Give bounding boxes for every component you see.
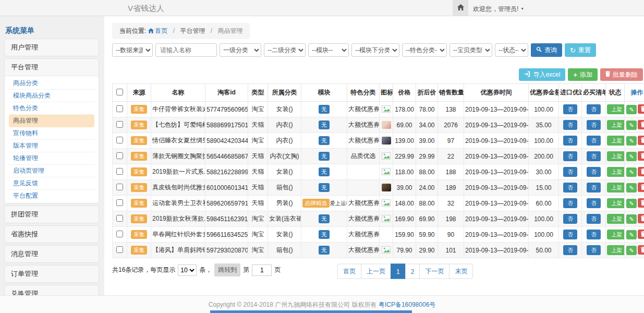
edit-button[interactable]: ✎	[626, 167, 637, 177]
sidebar-item[interactable]: 轮播管理	[9, 152, 94, 165]
module-badge[interactable]: 无	[319, 246, 330, 255]
must-buy-toggle[interactable]: 否	[587, 136, 601, 146]
filter-select-1[interactable]: 一级分类	[220, 43, 261, 57]
import-select-toggle[interactable]: 否	[563, 136, 577, 146]
import-select-toggle[interactable]: 否	[563, 230, 577, 239]
sidebar-group-header[interactable]: 用户管理	[5, 39, 99, 56]
edit-button[interactable]: ✎	[626, 136, 637, 146]
must-buy-toggle[interactable]: 否	[587, 198, 601, 208]
user-menu[interactable]: 欢迎您，管理员!▼	[473, 5, 524, 14]
add-button[interactable]: + 添加	[568, 68, 598, 81]
row-checkbox[interactable]	[116, 246, 123, 253]
sidebar-item[interactable]: 商品分类	[9, 77, 94, 90]
filter-select-4[interactable]: --模块下分类--	[351, 43, 399, 57]
sidebar-group-header[interactable]: 省惠快报	[5, 226, 99, 243]
must-buy-toggle[interactable]: 否	[587, 230, 601, 239]
filter-select-0[interactable]: --数据来源--	[112, 43, 153, 57]
filter-select-2[interactable]: --二级分类--	[264, 43, 306, 57]
must-buy-toggle[interactable]: 否	[587, 183, 601, 192]
edit-button[interactable]: ✎	[626, 214, 637, 224]
breadcrumb-home-link[interactable]: 首页	[155, 27, 167, 34]
sidebar-item[interactable]: 特色分类	[9, 102, 94, 115]
import-select-toggle[interactable]: 否	[563, 198, 577, 208]
status-button[interactable]: 上架	[607, 104, 625, 114]
batch-delete-button[interactable]: 批量删除	[600, 68, 643, 81]
per-page-select[interactable]: 10	[178, 264, 197, 276]
status-button[interactable]: 上架	[607, 183, 625, 192]
status-button[interactable]: 上架	[607, 120, 625, 130]
module-badge[interactable]: 无	[319, 183, 330, 192]
row-checkbox[interactable]	[116, 137, 123, 143]
name-search-input[interactable]	[155, 43, 217, 57]
import-select-toggle[interactable]: 否	[563, 183, 577, 192]
module-badge[interactable]: 无	[319, 167, 330, 176]
filter-select-5[interactable]: --特色分类--	[402, 43, 447, 57]
import-select-toggle[interactable]: 否	[563, 151, 577, 161]
filter-select-6[interactable]: --宝贝类型--	[449, 43, 492, 57]
column-header[interactable]: 操作	[625, 84, 644, 102]
sidebar-item[interactable]: 平台配置	[9, 190, 94, 202]
sidebar-item-active[interactable]: 商品管理	[9, 115, 94, 127]
edit-button[interactable]: ✎	[626, 199, 637, 208]
page-jump-input[interactable]	[252, 264, 272, 276]
edit-button[interactable]: ✎	[626, 230, 637, 239]
import-select-toggle[interactable]: 否	[563, 120, 577, 130]
horizontal-scrollbar-thumb[interactable]	[210, 310, 412, 313]
must-buy-toggle[interactable]: 否	[587, 214, 601, 224]
page-button-上一页[interactable]: 上一页	[361, 264, 391, 279]
sidebar-group-header[interactable]: 拼团管理	[5, 206, 99, 223]
sidebar-item[interactable]: 意见反馈	[9, 177, 94, 190]
module-badge[interactable]: 无	[319, 105, 330, 114]
must-buy-toggle[interactable]: 否	[587, 104, 601, 114]
jump-button[interactable]: 跳转到	[214, 263, 240, 276]
delete-button[interactable]	[638, 151, 644, 161]
sidebar-item[interactable]: 宣传物料	[9, 127, 94, 140]
filter-select-7[interactable]: --状态--	[495, 43, 528, 57]
module-badge[interactable]: 无	[319, 214, 330, 223]
row-checkbox[interactable]	[116, 231, 123, 237]
delete-button[interactable]	[638, 167, 644, 176]
edit-button[interactable]: ✎	[626, 121, 637, 130]
row-checkbox[interactable]	[116, 184, 123, 190]
delete-button[interactable]	[638, 245, 644, 255]
page-button-2[interactable]: 2	[405, 264, 420, 279]
select-all-checkbox[interactable]	[116, 89, 123, 95]
module-badge[interactable]: 无	[319, 152, 330, 161]
delete-button[interactable]	[638, 198, 644, 208]
breadcrumb-item[interactable]: 平台管理	[180, 27, 205, 34]
status-button[interactable]: 上架	[607, 151, 625, 161]
delete-button[interactable]	[638, 230, 644, 239]
must-buy-toggle[interactable]: 否	[587, 167, 601, 177]
status-button[interactable]: 上架	[607, 136, 625, 146]
status-button[interactable]: 上架	[607, 167, 625, 177]
row-checkbox[interactable]	[116, 215, 123, 222]
delete-button[interactable]	[638, 120, 644, 129]
must-buy-toggle[interactable]: 否	[587, 151, 601, 161]
page-button-末页[interactable]: 末页	[449, 264, 473, 279]
must-buy-toggle[interactable]: 否	[587, 245, 601, 255]
status-button[interactable]: 上架	[607, 214, 625, 224]
delete-button[interactable]	[638, 214, 644, 223]
page-button-下一页[interactable]: 下一页	[419, 264, 449, 279]
delete-button[interactable]	[638, 136, 644, 145]
must-buy-toggle[interactable]: 否	[587, 120, 601, 130]
icp-link[interactable]: 粤ICP备16098006号	[379, 301, 435, 308]
sidebar-group-header[interactable]: 订单管理	[5, 266, 99, 282]
row-checkbox[interactable]	[116, 199, 123, 206]
query-button[interactable]: 查询	[531, 43, 562, 57]
status-button[interactable]: 上架	[607, 198, 625, 208]
home-button[interactable]	[453, 0, 468, 16]
filter-select-3[interactable]: --模块--	[308, 43, 349, 57]
module-badge[interactable]: 无	[319, 121, 330, 129]
sidebar-group-header[interactable]: 平台管理	[5, 59, 99, 76]
delete-button[interactable]	[638, 104, 644, 114]
import-select-toggle[interactable]: 否	[563, 167, 577, 177]
module-badge[interactable]: 品牌精选	[302, 199, 330, 208]
edit-button[interactable]: ✎	[626, 183, 637, 192]
import-select-toggle[interactable]: 否	[563, 245, 577, 255]
row-checkbox[interactable]	[116, 168, 123, 175]
page-button-1[interactable]: 1	[391, 264, 406, 279]
module-badge[interactable]: 无	[319, 136, 330, 145]
import-select-toggle[interactable]: 否	[563, 104, 577, 114]
sidebar-item[interactable]: 启动页管理	[9, 165, 94, 177]
